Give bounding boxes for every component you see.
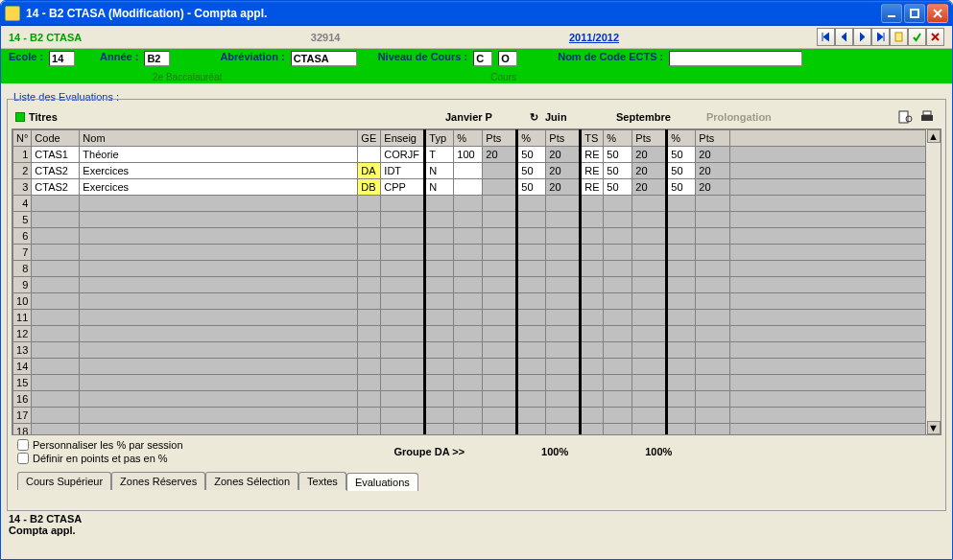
ecole-label: Ecole : (9, 51, 43, 62)
nav-last-icon[interactable] (871, 28, 890, 46)
period-septembre: Septembre (616, 111, 703, 123)
green-square-icon (15, 112, 25, 122)
annee-label: Année : (100, 51, 138, 62)
table-row[interactable]: 8 (13, 261, 926, 277)
tab-evaluations[interactable]: Evaluations (346, 473, 418, 491)
tab-cours-superieur[interactable]: Cours Supérieur (17, 472, 111, 490)
table-row[interactable]: 14 (13, 359, 926, 375)
close-button[interactable] (927, 4, 948, 23)
svg-rect-1 (911, 10, 918, 17)
period-header: Titres Janvier P ↻ Juin Septembre Prolon… (12, 107, 941, 128)
table-row[interactable]: 16 (13, 391, 926, 408)
filter-bar: Ecole : Année : Abréviation : Niveau de … (1, 49, 952, 83)
col-pct2[interactable]: % (517, 130, 546, 147)
period-titres: Titres (29, 111, 441, 123)
annee-input[interactable] (144, 51, 170, 66)
table-row[interactable]: 13 (13, 342, 926, 359)
header-code: 14 - B2 CTASA (9, 32, 82, 43)
nav-first-icon[interactable] (817, 28, 835, 46)
evaluations-list: Liste des Evaluations : Titres Janvier P… (7, 87, 946, 507)
evaluations-grid[interactable]: N° Code Nom GE Enseig Typ % Pts % Pts TS… (12, 128, 926, 435)
refresh-icon[interactable]: ↻ (526, 111, 541, 124)
nav-prev-icon[interactable] (835, 28, 853, 46)
table-row[interactable]: 3CTAS2ExercicesDBCPPN5020RE50205020 (13, 179, 926, 196)
col-enseig[interactable]: Enseig (381, 130, 425, 147)
col-n[interactable]: N° (13, 130, 32, 147)
table-row[interactable]: 6 (13, 228, 926, 245)
header-row: 14 - B2 CTASA 32914 2011/2012 (1, 26, 952, 49)
table-row[interactable]: 12 (13, 326, 926, 342)
table-row[interactable]: 7 (13, 245, 926, 261)
period-juin: Juin (545, 111, 612, 123)
table-row[interactable]: 1CTAS1ThéorieCORJFT100205020RE50205020 (13, 147, 926, 163)
tab-zones-selection[interactable]: Zones Sélection (205, 472, 298, 490)
grid-footer: Personnaliser les % par session Définir … (12, 435, 941, 468)
abrev-input[interactable] (291, 51, 357, 66)
nav-next-icon[interactable] (853, 28, 871, 46)
window-title: 14 - B2 CTASA (Modification) - Compta ap… (26, 7, 881, 20)
niveau-input-2[interactable] (498, 51, 517, 66)
col-pct1[interactable]: % (454, 130, 483, 147)
sub-cours: Cours (490, 72, 516, 82)
table-row[interactable]: 5 (13, 212, 926, 228)
table-row[interactable]: 15 (13, 375, 926, 391)
col-tail (730, 130, 926, 147)
header-id: 32914 (87, 32, 563, 43)
svg-rect-11 (921, 115, 933, 121)
col-ge[interactable]: GE (358, 130, 381, 147)
table-row[interactable]: 18 (13, 424, 926, 436)
svg-rect-6 (895, 33, 902, 41)
niveau-input-1[interactable] (473, 51, 492, 66)
period-prolongation: Prolongation (706, 111, 772, 123)
col-pct3[interactable]: % (604, 130, 632, 147)
print-icon[interactable] (918, 109, 936, 125)
sub-bacc: 2e Baccalauréat (153, 72, 222, 82)
niveau-label: Niveau de Cours : (378, 51, 468, 62)
col-nom[interactable]: Nom (80, 130, 358, 147)
col-code[interactable]: Code (32, 130, 80, 147)
col-ts[interactable]: TS (581, 130, 604, 147)
table-row[interactable]: 17 (13, 408, 926, 424)
col-pts4[interactable]: Pts (696, 130, 730, 147)
col-pts2[interactable]: Pts (546, 130, 581, 147)
table-row[interactable]: 2CTAS2ExercicesDAIDTN5020RE50205020 (13, 163, 926, 179)
ecole-input[interactable] (49, 51, 75, 66)
pct-2: 100% (645, 446, 672, 457)
preview-icon[interactable] (897, 109, 915, 125)
maximize-button[interactable] (904, 4, 925, 23)
ects-label: Nom de Code ECTS : (558, 51, 663, 62)
table-row[interactable]: 11 (13, 310, 926, 326)
scroll-down-icon[interactable]: ▼ (927, 421, 941, 434)
footer-line1: 14 - B2 CTASA (9, 513, 944, 525)
nav-confirm-icon[interactable] (908, 28, 926, 46)
footer-line2: Compta appl. (9, 525, 944, 536)
col-pct4[interactable]: % (667, 130, 696, 147)
group-label: Groupe DA >> (394, 446, 465, 457)
chk-definir[interactable]: Définir en points et pas en % (17, 453, 183, 464)
status-footer: 14 - B2 CTASA Compta appl. (1, 507, 952, 542)
table-row[interactable]: 4 (13, 196, 926, 212)
grid-scrollbar[interactable]: ▲ ▼ (926, 128, 941, 435)
minimize-button[interactable] (881, 4, 902, 23)
grid-wrap: N° Code Nom GE Enseig Typ % Pts % Pts TS… (12, 128, 941, 435)
nav-document-icon[interactable] (890, 28, 908, 46)
title-bar: 14 - B2 CTASA (Modification) - Compta ap… (1, 1, 952, 26)
window-buttons (881, 4, 948, 23)
ects-input[interactable] (669, 51, 802, 66)
chk-personnaliser[interactable]: Personnaliser les % par session (17, 439, 183, 451)
nav-icons (817, 28, 944, 46)
tab-textes[interactable]: Textes (298, 472, 346, 490)
scroll-up-icon[interactable]: ▲ (927, 129, 941, 143)
pct-1: 100% (541, 446, 568, 457)
app-icon (5, 6, 20, 21)
col-typ[interactable]: Typ (425, 130, 454, 147)
greenbar-subtitles: 2e Baccalauréat Cours (9, 72, 944, 82)
nav-cancel-icon[interactable] (926, 28, 944, 46)
header-year-link[interactable]: 2011/2012 (569, 32, 619, 43)
table-row[interactable]: 10 (13, 293, 926, 310)
col-pts1[interactable]: Pts (483, 130, 517, 147)
col-pts3[interactable]: Pts (632, 130, 667, 147)
table-row[interactable]: 9 (13, 277, 926, 293)
svg-rect-12 (923, 111, 931, 115)
tab-zones-reserves[interactable]: Zones Réserves (111, 472, 205, 490)
